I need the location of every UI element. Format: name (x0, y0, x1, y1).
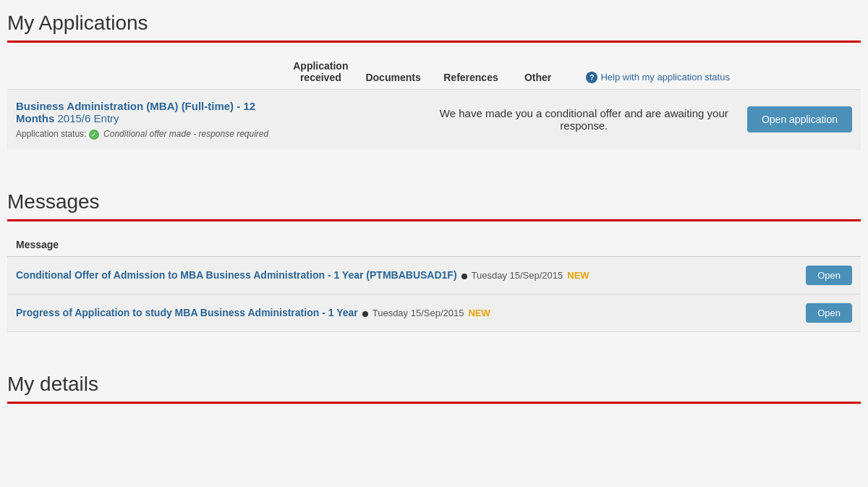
app-title-text: Business Administration (MBA) (Full-time… (16, 100, 255, 124)
application-row: Business Administration (MBA) (Full-time… (7, 90, 861, 150)
help-col-header[interactable]: ?Help with my application status (563, 54, 739, 90)
message-dot-icon (362, 311, 368, 317)
app-name-col-header (7, 54, 284, 90)
new-badge: NEW (468, 308, 490, 318)
applications-divider (7, 41, 861, 43)
open-application-button[interactable]: Open application (747, 106, 852, 132)
status-label: Application status: (16, 129, 86, 139)
message-title-link[interactable]: Conditional Offer of Admission to MBA Bu… (16, 269, 457, 281)
app-message-cell: We have made you a conditional offer and… (430, 90, 739, 150)
status-value: Conditional offer made - response requir… (103, 129, 268, 139)
status-icon: ✓ (89, 130, 99, 140)
app-title: Business Administration (MBA) (Full-time… (16, 100, 276, 124)
app-entry-year: 2015/6 Entry (58, 112, 119, 124)
messages-heading: Messages (7, 179, 861, 219)
message-action-cell: Open (797, 256, 861, 294)
help-icon: ? (586, 72, 597, 83)
message-title-link[interactable]: Progress of Application to study MBA Bus… (16, 307, 358, 318)
help-link[interactable]: Help with my application status (600, 72, 729, 82)
applications-table: Application received Documents Reference… (7, 54, 861, 150)
open-message-button[interactable]: Open (806, 303, 852, 323)
new-badge: NEW (567, 270, 589, 281)
application-received-header: Application received (284, 54, 357, 90)
references-header: References (430, 54, 513, 90)
message-action-cell: Open (797, 294, 861, 331)
other-header: Other (512, 54, 563, 90)
app-message-text: We have made you a conditional offer and… (440, 107, 728, 132)
messages-header-row: Message (7, 233, 861, 257)
applications-header-row: Application received Documents Reference… (7, 54, 861, 90)
app-title-link[interactable]: Business Administration (MBA) (Full-time… (16, 100, 255, 124)
message-row: Conditional Offer of Admission to MBA Bu… (7, 256, 861, 294)
message-content-cell: Conditional Offer of Admission to MBA Bu… (7, 256, 797, 294)
message-date: Tuesday 15/Sep/2015 (373, 308, 464, 318)
message-dot-icon (461, 274, 467, 279)
message-content-cell: Progress of Application to study MBA Bus… (7, 294, 797, 331)
my-applications-section: My Applications Application received Doc… (7, 0, 861, 164)
messages-divider (7, 219, 861, 221)
open-message-button[interactable]: Open (806, 266, 852, 285)
message-date: Tuesday 15/Sep/2015 (472, 270, 563, 281)
documents-header: Documents (357, 54, 429, 90)
app-open-cell: Open application (739, 90, 861, 150)
app-received-cell (284, 90, 357, 150)
messages-section: Messages Message Conditional Offer of Ad… (7, 179, 861, 347)
message-col-header: Message (7, 233, 797, 257)
my-applications-heading: My Applications (7, 0, 861, 41)
message-row: Progress of Application to study MBA Bus… (7, 294, 861, 331)
message-action-header (797, 233, 861, 257)
messages-table: Message Conditional Offer of Admission t… (7, 233, 861, 332)
details-divider (7, 402, 861, 404)
my-details-section: My details (7, 361, 861, 430)
my-details-heading: My details (7, 361, 861, 402)
app-documents-cell (357, 90, 429, 150)
app-info-cell: Business Administration (MBA) (Full-time… (7, 90, 284, 150)
app-status: Application status: ✓ Conditional offer … (16, 129, 276, 140)
